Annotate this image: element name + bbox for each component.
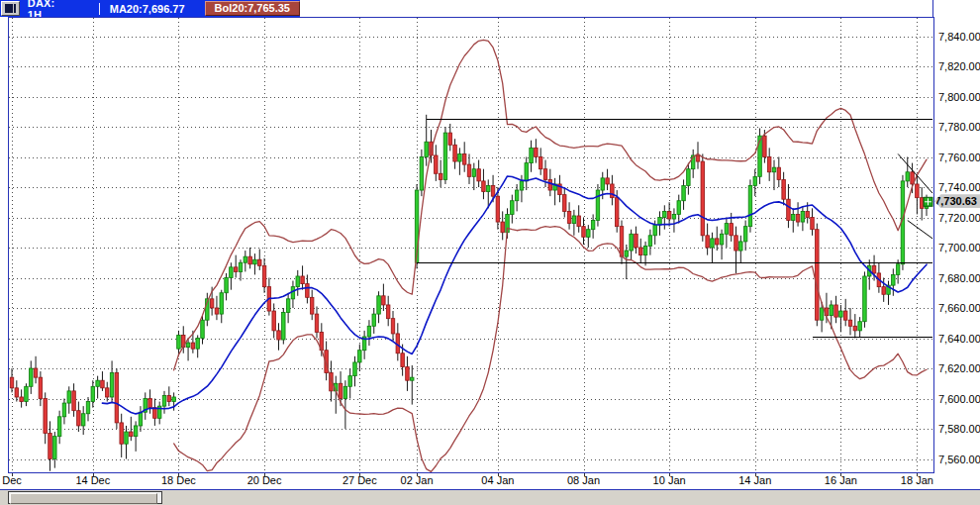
candle-down [401, 354, 405, 367]
candle-down [448, 133, 452, 145]
last-price-badge: 7,730.63 [934, 194, 980, 208]
candle-up [253, 259, 257, 264]
candle-up [830, 305, 833, 316]
price-tick-label: 7,560.00 [938, 454, 980, 465]
candle-up [748, 185, 752, 226]
candle-up [286, 299, 290, 313]
candle-up [596, 190, 600, 221]
candle-down [501, 222, 505, 233]
candle-up [348, 376, 352, 387]
bol20-chip[interactable]: Bol20:7,765.35 [205, 1, 300, 16]
candle-down [782, 179, 786, 199]
candle-up [530, 148, 534, 162]
candle-up [67, 391, 71, 403]
candle-up [792, 214, 796, 220]
date-tick-label: 14 Jan [726, 474, 785, 486]
candle-down [10, 377, 14, 388]
candle-up [25, 386, 29, 401]
candle-up [172, 397, 176, 402]
candle-down [916, 184, 920, 198]
candle-up [177, 335, 181, 349]
scrollbar-thumb[interactable] [10, 493, 157, 504]
candle-down [696, 155, 700, 161]
candle-down [386, 305, 390, 319]
candle-down [482, 181, 486, 192]
candle-down [872, 265, 876, 273]
candle-down [20, 397, 24, 402]
horizontal-scrollbar[interactable] [8, 491, 162, 504]
candle-up [57, 417, 61, 437]
candle-up [839, 311, 843, 317]
price-tick-label: 7,760.00 [938, 152, 980, 163]
toolbar-divider [99, 3, 100, 15]
price-tick-label: 7,580.00 [938, 423, 980, 435]
candle-down [834, 305, 838, 317]
candle-up [682, 185, 686, 200]
candle-up [139, 412, 143, 426]
candle-up [487, 185, 491, 191]
candle-up [591, 221, 595, 230]
candle-up [753, 176, 757, 185]
candle-down [848, 320, 852, 326]
price-tick-label: 7,720.00 [938, 212, 980, 224]
price-tick-label: 7,680.00 [938, 272, 980, 284]
candle-down [435, 155, 439, 173]
date-tick-label: 04 Jan [468, 474, 528, 486]
candle-up [863, 276, 867, 322]
candle-down [467, 164, 471, 176]
price-chart[interactable] [9, 18, 933, 472]
candle-down [806, 211, 810, 217]
price-tick-label: 7,660.00 [938, 302, 980, 314]
candle-down [701, 161, 705, 236]
candle-up [377, 296, 381, 314]
candle-up [525, 163, 529, 181]
candle-up [244, 256, 247, 262]
candle-up [672, 214, 676, 219]
date-tick-label: 18 Jan [887, 474, 946, 486]
candle-down [477, 169, 481, 181]
candle-up [53, 437, 57, 459]
candle-down [496, 196, 500, 222]
candle-up [282, 313, 286, 340]
candle-down [853, 326, 857, 331]
candle-down [816, 230, 820, 321]
candle-up [601, 178, 605, 190]
candle-up [186, 343, 190, 348]
candle-up [511, 201, 515, 215]
price-tick-label: 7,700.00 [938, 242, 980, 253]
candle-up [630, 234, 634, 251]
wedge-lower-trendline[interactable] [908, 221, 932, 239]
candle-down [210, 299, 214, 308]
candle-down [148, 399, 152, 408]
date-tick-label: 10 Jan [639, 474, 699, 486]
date-tick-label: Dec [0, 474, 42, 486]
period-button[interactable] [1, 1, 20, 16]
candle-up [353, 362, 357, 376]
candle-down [191, 343, 195, 349]
candle-up [643, 246, 647, 254]
candle-down [248, 256, 252, 264]
candle-up [658, 218, 662, 226]
candle-down [635, 234, 638, 248]
candle-up [663, 211, 667, 217]
candle-up [720, 234, 724, 245]
date-tick-label: 14 Dec [63, 474, 123, 486]
candle-down [262, 265, 266, 286]
candle-down [49, 434, 52, 459]
candle-up [62, 403, 66, 417]
candle-down [391, 319, 395, 334]
candle-up [196, 339, 200, 350]
candle-up [239, 262, 243, 271]
candle-up [572, 216, 576, 224]
candle-up [125, 432, 129, 444]
price-tick-label: 7,600.00 [938, 393, 980, 405]
candle-up [443, 133, 447, 179]
price-tick-label: 7,640.00 [938, 333, 980, 345]
candle-down [315, 314, 319, 332]
candle-up [343, 386, 347, 398]
candle-down [716, 239, 720, 245]
candle-down [539, 157, 542, 169]
candle-down [730, 224, 734, 236]
candle-up [711, 239, 715, 248]
candle-up [892, 274, 896, 285]
